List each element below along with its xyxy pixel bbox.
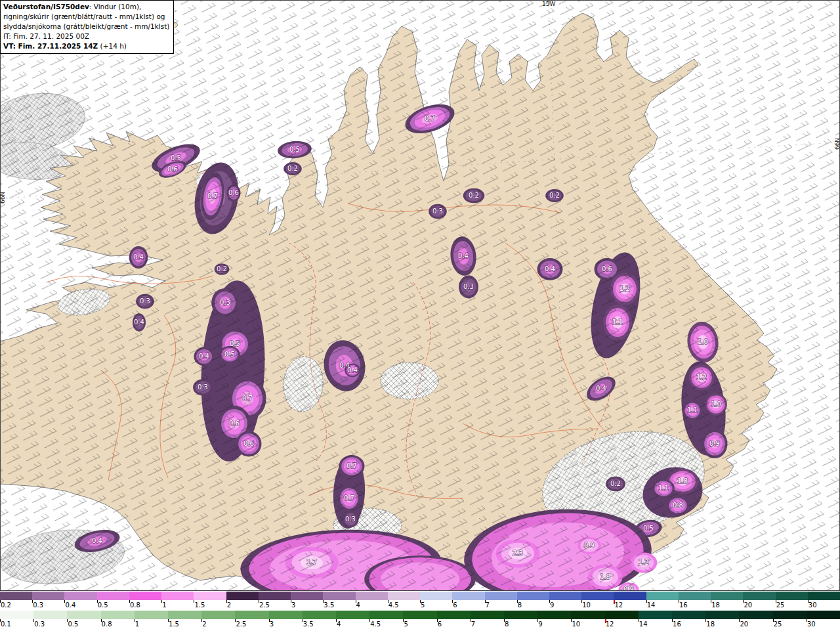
legend-box: Veðurstofan/IS750dev: Vindur (10m), rign…: [0, 0, 174, 54]
colorbar-sleet-rain: 0.20.30.40.50.811.522.533.544.5567891012…: [0, 592, 840, 600]
colorbar-segment: 1.5: [194, 592, 226, 600]
precip-value-label: 0.9: [709, 440, 720, 447]
parallel-label-left: 66N: [0, 192, 6, 204]
colorbar-segment: 4.5: [369, 611, 403, 619]
colorbar-tick-label: 25: [776, 602, 785, 609]
precip-value-label: 1.2: [696, 374, 707, 381]
colorbar-segment: 20: [739, 611, 772, 619]
colorbar-segment: 0.5: [97, 592, 129, 600]
colorbar-tick-label: 1: [162, 602, 166, 609]
colorbar-segment: 2.5: [259, 592, 291, 600]
colorbar-segment: 6: [452, 592, 484, 600]
precip-value-label: 0.7: [425, 115, 435, 122]
precip-value-label: 0.2: [469, 192, 479, 199]
colorbar-tick-label: 3: [291, 602, 295, 609]
product-params: : Vindur (10m),: [89, 3, 142, 11]
colorbar-tick-label: 16: [673, 621, 681, 628]
colorbar-segment: 0.8: [129, 592, 161, 600]
precip-value-label: 0.7: [207, 192, 218, 200]
colorbar-tick-label: 0.5: [98, 602, 108, 609]
colorbar-segment: 2.5: [235, 611, 268, 619]
precip-value-label: 0.3: [432, 207, 443, 215]
colorbar-segment: 25: [776, 592, 808, 600]
colorbar-tick-label: 0.8: [102, 621, 112, 628]
precip-value-label: 0.5: [643, 525, 654, 532]
colorbar-tick-label: 0.8: [130, 602, 140, 609]
colorbar-segment: 18: [711, 592, 743, 600]
precip-value-label: 0.2: [287, 165, 298, 172]
precip-value-label: 1.0: [698, 338, 708, 345]
precip-value-label: 0.3: [140, 297, 150, 305]
precip-value-label: 0.2: [217, 265, 227, 272]
precip-value-label: 0.3: [463, 283, 474, 290]
precip-value-label: 0.6: [243, 440, 254, 447]
meridian-label: 15W: [542, 1, 555, 7]
colorbar-tick-label: 18: [711, 602, 720, 609]
colorbar-segment: 0.3: [32, 592, 64, 600]
colorbar-tick-label: 3.5: [324, 602, 334, 609]
precip-value-label: 0.5: [224, 351, 235, 358]
colorbar-segment: 30: [808, 592, 840, 600]
colorbars: 0.20.30.40.50.811.522.533.544.5567891012…: [0, 592, 840, 629]
colorbar-tick-label: 3: [270, 621, 274, 628]
precip-value-label: 0.8: [673, 502, 683, 509]
precip-value-label: 0.4: [347, 366, 358, 374]
colorbar-segment: 2: [201, 611, 235, 619]
colorbar-tick-label: 30: [807, 621, 816, 628]
precip-value-label: 0.2: [610, 480, 621, 487]
colorbar-segment: 1: [161, 592, 194, 600]
colorbar-tick-label: 20: [744, 602, 752, 609]
colorbar-segment: 3: [269, 611, 303, 619]
colorbar-segment: 0.4: [64, 592, 96, 600]
colorbar-segment: 20: [743, 592, 775, 600]
precip-value-label: 0.4: [596, 385, 606, 392]
colorbar-tick-label: 0.4: [65, 602, 75, 609]
colorbar-tick-label: 5: [404, 621, 408, 628]
colorbar-segment: 0.2: [0, 592, 32, 600]
colorbar-tick-label: 4: [337, 621, 341, 628]
colorbar-segment: 18: [705, 611, 739, 619]
colorbar-segment: 0.1: [0, 611, 33, 619]
colorbar-tick-label: 4: [356, 602, 360, 609]
colorbar-tick-label: 2: [202, 621, 206, 628]
weather-map: 0.70.50.60.50.20.70.60.20.30.20.40.20.30…: [0, 0, 840, 591]
precip-value-label: 0.3: [345, 515, 356, 523]
wind-barbs-overlay: [0, 0, 840, 591]
colorbar-tick-label: 7: [471, 621, 475, 628]
colorbar-segment: 14: [639, 611, 672, 619]
colorbar-segment: 4.5: [388, 592, 420, 600]
valid-time-offset: (+14 h): [98, 42, 127, 50]
colorbar-tick-label: 9: [538, 621, 542, 628]
init-time: IT: Fim. 27. 11. 2025 00Z: [3, 32, 169, 41]
colorbar-tick-label: 12: [606, 621, 614, 628]
precip-value-label: 2.3: [513, 550, 523, 557]
colorbar-tick-label: 30: [808, 602, 817, 609]
precip-value-label: 0.4: [545, 265, 555, 272]
colorbar-segment: 9: [537, 611, 571, 619]
colorbar-tick-label: 6: [453, 602, 457, 609]
colorbar-segment: 1.5: [168, 611, 201, 619]
colorbar-segment: 2: [226, 592, 259, 600]
colorbar-segment: 4: [336, 611, 369, 619]
precip-value-label: 0.7: [346, 462, 357, 469]
colorbar-segment: 5: [403, 611, 436, 619]
precip-value-label: 1.2: [639, 559, 649, 566]
colorbar-segment: 1: [135, 611, 168, 619]
colorbar-tick-label: 12: [614, 602, 623, 609]
colorbar-segment: 4: [356, 592, 388, 600]
colorbar-tick-label: 14: [639, 621, 648, 628]
precip-value-label: 1.0: [711, 401, 721, 408]
colorbar-lower-wrap: 0.10.30.50.811.522.533.544.5567891012141…: [0, 611, 840, 629]
precip-value-label: 1.8: [677, 477, 688, 485]
colorbar-tick-label: 0.2: [1, 602, 11, 609]
precip-value-label: 1.1: [658, 485, 669, 492]
colorbar-tick-label: 5: [421, 602, 425, 609]
precip-value-label: 1.7: [306, 559, 317, 566]
precip-value-label: 0.4: [134, 318, 144, 326]
precip-value-label: 0.4: [133, 253, 144, 261]
colorbar-upper-wrap: 0.20.30.40.50.811.522.533.544.5567891012…: [0, 592, 840, 611]
colorbar-tick-label: 18: [706, 621, 715, 628]
colorbar-segment: 8: [517, 592, 549, 600]
colorbar-tick-label: 2: [227, 602, 231, 609]
precip-value-label: 0.5: [230, 340, 240, 347]
